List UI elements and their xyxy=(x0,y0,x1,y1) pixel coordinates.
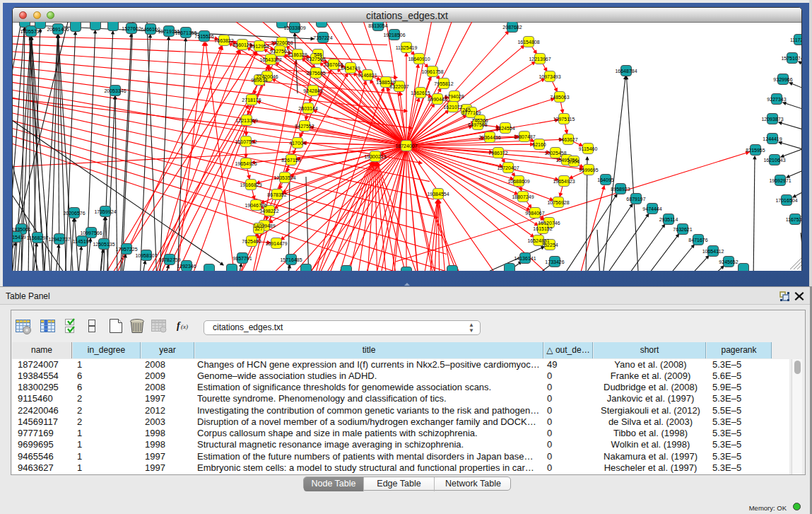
svg-text:9115460: 9115460 xyxy=(579,146,598,151)
svg-text:10961758: 10961758 xyxy=(421,69,443,74)
svg-text:9474444: 9474444 xyxy=(642,206,661,211)
svg-text:19300213: 19300213 xyxy=(364,154,386,159)
svg-text:417004: 417004 xyxy=(289,141,305,146)
svg-text:989614: 989614 xyxy=(251,78,267,83)
svg-text:3875685: 3875685 xyxy=(306,71,325,76)
svg-text:10958107: 10958107 xyxy=(135,253,157,258)
svg-text:8958923: 8958923 xyxy=(611,187,630,192)
svg-text:1621072: 1621072 xyxy=(443,105,462,110)
svg-text:16914479: 16914479 xyxy=(265,241,287,246)
svg-text:9857791: 9857791 xyxy=(233,256,252,261)
svg-text:6497568: 6497568 xyxy=(468,122,487,127)
svg-text:10807487: 10807487 xyxy=(513,134,535,139)
svg-text:9146821: 9146821 xyxy=(358,73,377,78)
svg-text:19692971: 19692971 xyxy=(769,178,791,183)
svg-text:1292346: 1292346 xyxy=(177,264,196,269)
svg-text:12353594: 12353594 xyxy=(273,175,295,180)
svg-text:14136141: 14136141 xyxy=(514,256,536,261)
svg-text:3824554: 3824554 xyxy=(495,126,514,131)
svg-text:9227343: 9227343 xyxy=(767,97,786,102)
svg-text:15716485: 15716485 xyxy=(280,257,302,262)
svg-text:16671355: 16671355 xyxy=(175,30,196,35)
svg-text:16033809: 16033809 xyxy=(283,25,305,30)
svg-text:3498222: 3498222 xyxy=(259,209,278,214)
svg-text:8186328: 8186328 xyxy=(288,52,307,57)
svg-text:9463627: 9463627 xyxy=(558,137,577,142)
svg-text:19654923: 19654923 xyxy=(553,179,575,184)
svg-text:8912954: 8912954 xyxy=(249,44,269,49)
svg-text:8813054: 8813054 xyxy=(368,23,387,28)
svg-text:2935114: 2935114 xyxy=(659,217,678,222)
svg-text:11568297: 11568297 xyxy=(27,235,49,240)
svg-text:6879197: 6879197 xyxy=(626,197,645,201)
svg-text:19166823: 19166823 xyxy=(240,182,261,187)
svg-text:8427552: 8427552 xyxy=(295,124,314,129)
svg-text:17359924: 17359924 xyxy=(94,209,116,214)
svg-text:16782759: 16782759 xyxy=(158,257,180,262)
svg-text:6794028: 6794028 xyxy=(445,94,464,99)
svg-text:2803144: 2803144 xyxy=(298,106,317,111)
svg-text:14055717: 14055717 xyxy=(20,29,42,34)
svg-text:18640910: 18640910 xyxy=(408,57,430,62)
svg-text:327: 327 xyxy=(254,226,263,231)
svg-text:20206576: 20206576 xyxy=(63,211,85,216)
svg-text:12093873: 12093873 xyxy=(761,117,783,122)
svg-text:17016504: 17016504 xyxy=(775,198,797,203)
svg-text:12213967: 12213967 xyxy=(529,57,551,62)
svg-text:12213369: 12213369 xyxy=(235,118,257,123)
svg-text:62160: 62160 xyxy=(532,142,546,147)
svg-text:7663822: 7663822 xyxy=(214,38,233,43)
svg-text:10973493: 10973493 xyxy=(539,74,560,79)
svg-text:1904: 1904 xyxy=(568,159,579,164)
svg-text:7955812: 7955812 xyxy=(434,81,453,86)
svg-text:16154808: 16154808 xyxy=(517,40,539,45)
svg-text:9242845: 9242845 xyxy=(303,88,322,93)
svg-text:8215955: 8215955 xyxy=(746,148,765,153)
svg-text:1527602: 1527602 xyxy=(122,26,141,31)
svg-text:9699695: 9699695 xyxy=(579,168,598,173)
svg-text:7515526: 7515526 xyxy=(194,34,213,39)
svg-text:12975115: 12975115 xyxy=(553,117,575,122)
svg-text:8454749: 8454749 xyxy=(341,66,360,71)
svg-text:10997566: 10997566 xyxy=(80,230,102,235)
svg-text:1835061: 1835061 xyxy=(13,227,31,232)
svg-text:1733426: 1733426 xyxy=(545,259,564,264)
svg-text:2087682: 2087682 xyxy=(502,25,522,30)
svg-text:18807249: 18807249 xyxy=(512,194,534,199)
svg-text:8471676: 8471676 xyxy=(688,238,707,243)
svg-text:7632621: 7632621 xyxy=(673,227,692,232)
svg-text:17957225: 17957225 xyxy=(115,247,137,252)
svg-text:7625402: 7625402 xyxy=(242,239,261,244)
svg-text:1117272: 1117272 xyxy=(790,37,801,42)
svg-text:164095: 164095 xyxy=(597,177,613,182)
svg-text:9084067: 9084067 xyxy=(525,211,544,216)
svg-text:10654112: 10654112 xyxy=(702,249,724,254)
svg-text:252254: 252254 xyxy=(541,243,558,247)
svg-text:9777169: 9777169 xyxy=(461,110,481,115)
svg-text:16543382: 16543382 xyxy=(259,57,281,62)
svg-text:9327503: 9327503 xyxy=(270,49,289,54)
svg-text:16120746: 16120746 xyxy=(538,221,560,226)
svg-text:20053346: 20053346 xyxy=(104,88,126,93)
svg-text:19384554: 19384554 xyxy=(427,192,449,197)
svg-text:1145194: 1145194 xyxy=(73,239,92,244)
svg-text:16107552: 16107552 xyxy=(235,139,257,144)
svg-text:18724007: 18724007 xyxy=(395,144,417,148)
svg-text:8678352: 8678352 xyxy=(267,192,286,197)
svg-text:7357224: 7357224 xyxy=(313,35,332,40)
svg-text:16210643: 16210643 xyxy=(763,158,785,163)
svg-text:9327508: 9327508 xyxy=(306,57,325,62)
svg-text:1362615: 1362615 xyxy=(411,90,430,95)
svg-text:20364436: 20364436 xyxy=(478,135,500,140)
svg-text:9329966: 9329966 xyxy=(773,77,792,82)
svg-text:12505135: 12505135 xyxy=(93,242,114,247)
svg-text:23226058: 23226058 xyxy=(271,40,293,45)
svg-text:2718176: 2718176 xyxy=(242,98,261,103)
svg-text:15751074: 15751074 xyxy=(781,56,801,61)
svg-text:12942737: 12942737 xyxy=(48,237,70,242)
svg-text:15720407: 15720407 xyxy=(497,165,519,170)
svg-text:10756928: 10756928 xyxy=(547,200,569,205)
svg-text:1615152: 1615152 xyxy=(533,226,552,231)
svg-text:11325419: 11325419 xyxy=(396,45,418,50)
svg-text:19046786: 19046786 xyxy=(245,203,266,208)
